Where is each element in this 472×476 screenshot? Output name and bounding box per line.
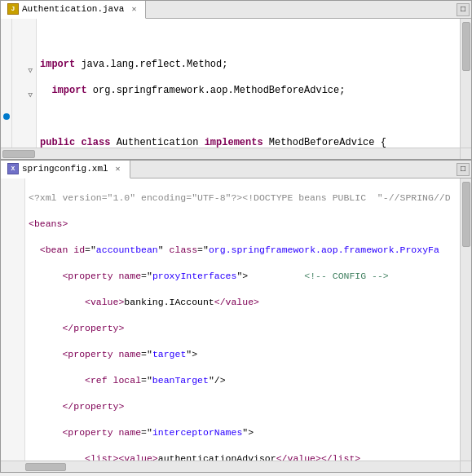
marker-line-6 [1, 84, 11, 97]
xml-scrollbar-vertical[interactable] [460, 178, 471, 461]
tab-authentication-java[interactable]: J Authentication.java ✕ [1, 1, 146, 19]
xml-gutter [1, 178, 25, 461]
java-bottom-bar [1, 148, 471, 159]
java-hscroll-thumb[interactable] [2, 150, 35, 158]
marker-line-4 [1, 58, 11, 71]
marker-line-3 [1, 45, 11, 58]
code-line-4 [40, 110, 457, 123]
gutter-5[interactable]: ▽ [29, 64, 33, 77]
xml-line-4: <property name="proxyInterfaces"> <!-- C… [29, 270, 457, 283]
java-scrollbar-vertical[interactable] [460, 19, 471, 148]
xml-line-9: </property> [29, 400, 457, 413]
xml-line-11: <list><value>authenticationAdvisor</valu… [29, 452, 457, 461]
breakpoint-area [1, 19, 12, 148]
marker-line-2 [1, 32, 11, 45]
code-line-2: import java.lang.reflect.Method; [40, 58, 457, 71]
tab-bar-java: J Authentication.java ✕ □ [1, 1, 471, 19]
xml-bottom-bar [1, 461, 471, 472]
java-gutter: ▽ ▽ [12, 19, 37, 148]
maximize-xml-panel[interactable]: □ [457, 163, 470, 176]
maximize-java-panel[interactable]: □ [457, 3, 470, 16]
java-file-icon: J [7, 3, 19, 15]
xml-line-2: <beans> [29, 218, 457, 231]
xml-line-7: <property name="target"> [29, 348, 457, 361]
code-line-1 [40, 32, 457, 45]
xml-file-icon: X [7, 163, 19, 174]
main-window: J Authentication.java ✕ □ [0, 0, 472, 476]
xml-editor-area: <?xml version="1.0" encoding="UTF-8"?><!… [1, 178, 471, 461]
xml-editor-panel: X springconfig.xml ✕ □ [0, 160, 472, 473]
xml-line-3: <bean id="accountbean" class="org.spring… [29, 244, 457, 257]
xml-line-10: <property name="interceptorNames"> [29, 426, 457, 439]
marker-line-9 [1, 123, 11, 136]
xml-hscroll-thumb[interactable] [25, 463, 66, 471]
xml-scrollbar-horizontal-track[interactable] [1, 461, 460, 472]
java-editor-panel: J Authentication.java ✕ □ [0, 0, 472, 160]
java-scrollbar-horizontal-track[interactable] [1, 148, 460, 159]
code-line-5: public class Authentication implements M… [40, 136, 457, 148]
tab-bar-xml: X springconfig.xml ✕ □ [1, 161, 471, 178]
xml-line-6: </property> [29, 322, 457, 335]
xml-scroll-corner [460, 461, 471, 472]
marker-line-8 [1, 110, 11, 123]
marker-line-1 [1, 19, 11, 32]
xml-scrollbar-thumb[interactable] [462, 182, 470, 247]
tab-springconfig-xml[interactable]: X springconfig.xml ✕ [1, 161, 130, 178]
java-code-content[interactable]: import java.lang.reflect.Method; import … [37, 19, 460, 148]
marker-line-5 [1, 71, 11, 84]
close-tab-java[interactable]: ✕ [129, 4, 139, 14]
xml-line-8: <ref local="beanTarget"/> [29, 374, 457, 387]
tab-label-java: Authentication.java [22, 4, 124, 14]
xml-line-5: <value>banking.IAccount</value> [29, 296, 457, 309]
gutter-7[interactable]: ▽ [29, 89, 33, 102]
close-tab-xml[interactable]: ✕ [113, 164, 123, 174]
java-scrollbar-thumb[interactable] [462, 22, 470, 71]
xml-code-content[interactable]: <?xml version="1.0" encoding="UTF-8"?><!… [25, 178, 460, 461]
marker-line-7 [1, 97, 11, 110]
xml-line-1: <?xml version="1.0" encoding="UTF-8"?><!… [29, 192, 457, 205]
code-line-3: import org.springframework.aop.MethodBef… [40, 84, 457, 97]
java-scroll-corner [460, 148, 471, 159]
tab-label-xml: springconfig.xml [22, 164, 108, 174]
marker-line-10 [1, 136, 11, 148]
java-editor-area: ▽ ▽ import java.lang.reflect.Method; imp… [1, 19, 471, 148]
